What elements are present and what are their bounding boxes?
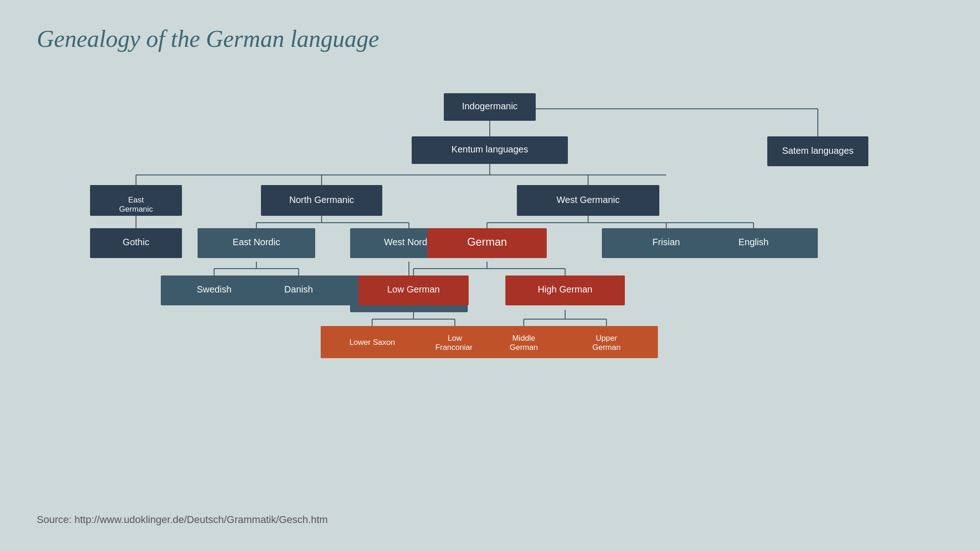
label-low-franconian: Low (448, 334, 462, 343)
label-kentum: Kentum languages (452, 144, 528, 154)
label-middle-german: Middle (512, 334, 535, 343)
label-east-germanic: East (128, 196, 144, 204)
label-high-german: High German (538, 284, 593, 294)
page-title: Genealogy of the German language (37, 25, 379, 52)
label-upper-german2: German (592, 343, 620, 352)
label-gothic: Gothic (123, 237, 149, 247)
label-upper-german: Upper (596, 334, 617, 343)
label-west-germanic: West Germanic (556, 195, 619, 205)
label-low-german: Low German (387, 284, 440, 294)
label-east-nordic: East Nordic (232, 237, 280, 247)
label-lower-saxon: Lower Saxon (349, 338, 395, 347)
label-german: German (467, 236, 507, 248)
source-citation: Source: http://www.udoklinger.de/Deutsch… (37, 514, 328, 526)
label-danish: Danish (284, 284, 313, 294)
label-indogermanic: Indogermanic (462, 101, 517, 111)
label-frisian: Frisian (652, 237, 680, 247)
language-tree-svg: .node-box { rx: 2; ry: 2; } .label { fon… (0, 73, 980, 441)
label-north-germanic: North Germanic (289, 195, 354, 205)
label-satem: Satem languages (782, 146, 854, 156)
label-franconian: Franconian (435, 343, 474, 352)
label-swedish: Swedish (197, 284, 232, 294)
label-east-germanic2: Germanic (119, 205, 153, 214)
label-english: English (738, 237, 769, 247)
label-middle-german2: German (510, 343, 538, 352)
label-west-nordic: West Nordic (384, 237, 434, 247)
